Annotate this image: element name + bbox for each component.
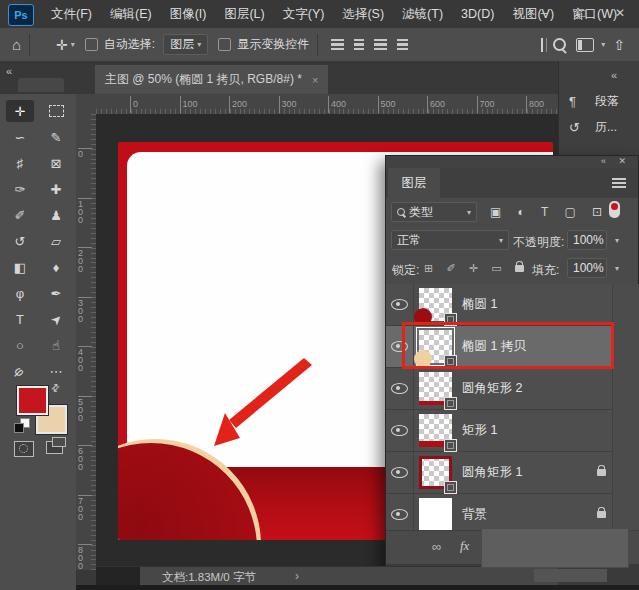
menu-edit[interactable]: 编辑(E)	[101, 0, 161, 28]
collapse-panel-icon[interactable]: «	[601, 156, 606, 166]
menu-type[interactable]: 文字(Y)	[274, 0, 334, 28]
status-chevron-icon[interactable]: ›	[295, 569, 299, 583]
pen-tool[interactable]: ✒	[42, 282, 70, 304]
menu-layer[interactable]: 图层(L)	[215, 0, 273, 28]
horizontal-ruler[interactable]: 0100200300400500600700800	[96, 94, 558, 115]
document-tab[interactable]: 主图 @ 50% (椭圆 1 拷贝, RGB/8#) * ×	[95, 65, 328, 94]
healing-brush-tool[interactable]: ✚	[42, 178, 70, 200]
history-brush-tool[interactable]: ↺	[6, 230, 34, 252]
move-tool[interactable]: ✛	[6, 100, 34, 122]
ruler-origin-corner[interactable]	[76, 94, 97, 115]
link-layers-icon[interactable]: ∞	[432, 539, 441, 554]
move-tool-icon[interactable]: ✛	[56, 38, 68, 52]
zoom-level-field[interactable]	[96, 567, 140, 587]
layer-row[interactable]: 椭圆 1	[386, 284, 639, 326]
tab-layers[interactable]: 图层	[388, 168, 440, 198]
panel-button-history[interactable]: ↺ 历...	[569, 119, 617, 136]
layer-thumbnail[interactable]	[419, 372, 452, 405]
type-tool[interactable]: T	[6, 308, 34, 330]
menu-select[interactable]: 选择(S)	[333, 0, 393, 28]
lock-position-icon[interactable]: ✛	[469, 262, 478, 275]
zoom-tool[interactable]: φ	[2, 353, 37, 388]
frame-tool[interactable]: ⊠	[42, 152, 70, 174]
workspace-icon[interactable]	[576, 38, 594, 52]
layer-row[interactable]: 圆角矩形 1	[386, 452, 639, 494]
default-foreground-swatch[interactable]	[14, 423, 24, 433]
lock-image-pixels-icon[interactable]: ✐	[446, 262, 455, 275]
visibility-toggle[interactable]	[386, 452, 414, 493]
show-transform-checkbox[interactable]	[218, 38, 231, 51]
auto-select-checkbox[interactable]	[85, 38, 98, 51]
eraser-tool[interactable]: ▱	[42, 230, 70, 252]
search-icon[interactable]	[553, 38, 566, 51]
lock-transparent-pixels-icon[interactable]: ⊞	[424, 262, 433, 275]
screen-mode-icon[interactable]	[46, 441, 63, 454]
ellipse-tool[interactable]: ○	[6, 334, 34, 356]
panel-button-paragraph[interactable]: ¶ 段落	[569, 93, 619, 110]
foreground-color-swatch[interactable]	[17, 386, 48, 415]
layer-row[interactable]: 圆角矩形 2	[386, 368, 639, 410]
filter-type-dropdown[interactable]: 类型 ▾	[391, 202, 477, 222]
align-left-icon[interactable]	[331, 39, 344, 50]
align-center-icon[interactable]	[354, 39, 364, 50]
paint-bucket-tool[interactable]: ◧	[6, 256, 34, 278]
filter-smart-object-icon[interactable]: ⊡	[592, 205, 602, 219]
visibility-toggle[interactable]	[386, 284, 414, 325]
layer-name[interactable]: 椭圆 1	[462, 284, 497, 325]
maximize-button[interactable]: □	[563, 0, 601, 28]
crop-tool[interactable]: ♯	[6, 152, 34, 174]
share-icon[interactable]: ⇧	[613, 38, 625, 52]
align-right-icon[interactable]	[374, 39, 387, 50]
menu-filter[interactable]: 滤镜(T)	[393, 0, 452, 28]
menu-3d[interactable]: 3D(D)	[452, 0, 503, 28]
visibility-toggle[interactable]	[386, 368, 414, 409]
minimize-button[interactable]: –	[525, 0, 563, 28]
close-tab-icon[interactable]: ×	[312, 74, 318, 86]
layer-thumbnail[interactable]	[419, 498, 452, 531]
chevron-down-icon[interactable]: ▾	[71, 40, 75, 49]
auto-select-dropdown[interactable]: 图层 ▾	[163, 34, 208, 55]
rectangular-marquee-tool[interactable]	[42, 100, 70, 122]
filter-toggle-icon[interactable]	[609, 201, 620, 218]
layer-thumbnail[interactable]	[419, 288, 452, 321]
close-panel-icon[interactable]: ✕	[618, 156, 626, 166]
menu-file[interactable]: 文件(F)	[42, 0, 101, 28]
lasso-tool[interactable]: ∽	[6, 126, 34, 148]
visibility-toggle[interactable]	[386, 410, 414, 451]
collapse-dock-icon[interactable]: «	[611, 69, 617, 81]
dodge-tool[interactable]: φ	[6, 282, 34, 304]
panel-menu-icon[interactable]	[612, 178, 626, 188]
filter-adjustment-layer-icon[interactable]: ◐	[518, 205, 525, 219]
fill-field[interactable]: 100%	[567, 258, 607, 278]
chevron-down-icon[interactable]: ▾	[615, 264, 619, 273]
chevron-down-icon[interactable]: ▾	[601, 40, 605, 49]
close-button[interactable]: ✕	[601, 0, 639, 28]
blend-mode-dropdown[interactable]: 正常 ▾	[391, 230, 509, 250]
brush-tool[interactable]: ✐	[6, 204, 34, 226]
layer-style-fx-icon[interactable]: fx	[460, 538, 469, 554]
hand-tool[interactable]: ☝	[42, 334, 70, 356]
layer-name[interactable]: 矩形 1	[462, 410, 497, 451]
layer-thumbnail[interactable]	[419, 414, 452, 447]
menu-image[interactable]: 图像(I)	[161, 0, 216, 28]
path-selection-tool[interactable]: ➤	[38, 301, 73, 336]
filter-type-layer-icon[interactable]: T	[541, 205, 548, 219]
vertical-ruler[interactable]: 0100200300400500600700800	[76, 114, 97, 570]
more-tools[interactable]: ⋯	[42, 360, 70, 382]
quick-mask-icon[interactable]	[14, 441, 34, 457]
layer-name[interactable]: 圆角矩形 2	[462, 368, 522, 409]
filter-shape-layer-icon[interactable]: ▢	[564, 205, 575, 219]
filter-pixel-layer-icon[interactable]: ▣	[490, 205, 501, 219]
layer-thumbnail[interactable]	[419, 456, 452, 489]
home-icon[interactable]: ⌂	[12, 38, 21, 52]
layer-row[interactable]: 矩形 1	[386, 410, 639, 452]
visibility-toggle[interactable]	[386, 494, 414, 535]
clone-stamp-tool[interactable]: ♟	[42, 204, 70, 226]
distribute-icon[interactable]	[397, 39, 408, 50]
eyedropper-tool[interactable]: ✑	[6, 178, 34, 200]
layer-name[interactable]: 圆角矩形 1	[462, 452, 522, 493]
quick-selection-tool[interactable]: ✎	[42, 126, 70, 148]
lock-artboard-icon[interactable]: ▭	[491, 262, 501, 275]
lock-all-icon[interactable]	[515, 265, 524, 272]
chevron-down-icon[interactable]: ▾	[615, 236, 619, 245]
